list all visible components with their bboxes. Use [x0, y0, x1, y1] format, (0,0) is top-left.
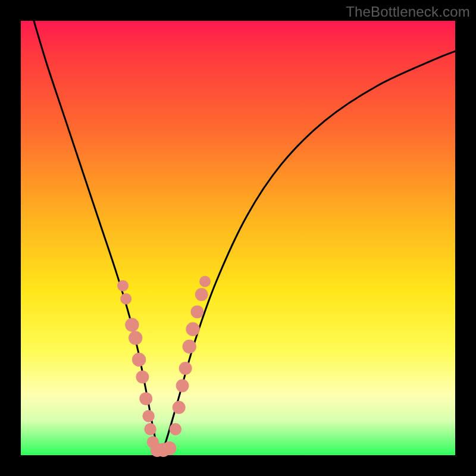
curve-marker [120, 293, 131, 305]
curve-marker [117, 280, 129, 292]
chart-frame: TheBottleneck.com [0, 0, 476, 476]
curve-marker [199, 276, 211, 287]
curve-marker [176, 379, 189, 392]
plot-area [21, 21, 455, 455]
watermark-text: TheBottleneck.com [346, 4, 470, 20]
curve-marker [195, 288, 208, 301]
curve-marker [179, 362, 192, 375]
curve-marker [162, 441, 176, 455]
curve-marker [142, 410, 154, 422]
curve-marker [125, 318, 139, 331]
curve-marker [170, 423, 181, 435]
curve-marker [183, 340, 196, 353]
curve-marker [144, 423, 156, 435]
curve-marker [190, 305, 203, 318]
curve-marker [173, 401, 186, 414]
curve-marker [129, 331, 142, 345]
bottleneck-curve [34, 21, 455, 453]
curve-marker [132, 353, 146, 367]
curve-marker [136, 371, 149, 384]
curve-marker [139, 392, 152, 405]
chart-svg [21, 21, 455, 455]
curve-marker [186, 322, 199, 336]
curve-markers [117, 276, 211, 457]
